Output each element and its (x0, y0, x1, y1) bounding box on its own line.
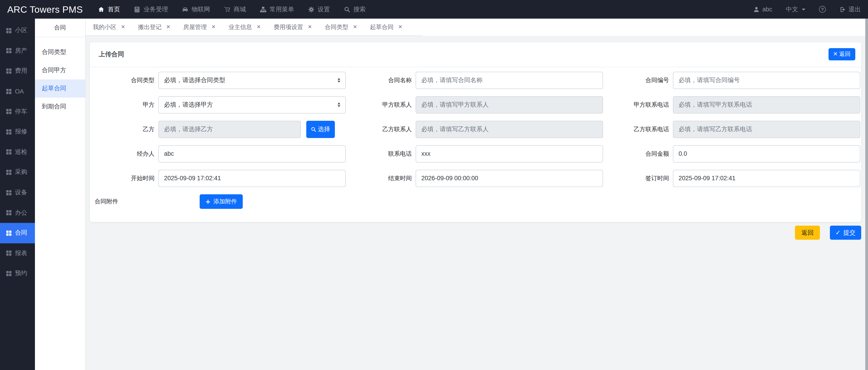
tab-my-community[interactable]: 我的小区✕ (87, 23, 132, 31)
tab-draft-contract[interactable]: 起草合同✕ (364, 23, 409, 31)
close-icon[interactable]: ✕ (353, 25, 357, 30)
field-label: 经办人 (90, 150, 155, 158)
form-row-4: 经办人 联系电话 合同金额 (90, 145, 857, 162)
grid-icon (6, 149, 12, 155)
nav-item-home[interactable]: 首页 (98, 5, 120, 13)
field-party-b-phone: 乙方联系电话 (604, 120, 861, 138)
add-attachment-label: 添加附件 (213, 197, 237, 205)
question-circle-icon: ? (819, 6, 826, 13)
tab-owner-info[interactable]: 业主信息✕ (222, 23, 267, 31)
sidebar-item-label: 设备 (15, 189, 27, 197)
select-value: 必填，请选择甲方 (164, 101, 213, 109)
sidebar-item-label: 报修 (15, 128, 27, 136)
check-icon: ✓ (835, 230, 841, 236)
grid-icon (6, 271, 12, 277)
grid-icon (6, 48, 12, 54)
logout-button[interactable]: 退出 (839, 5, 861, 13)
sidebar-item-contract[interactable]: 合同 (0, 223, 35, 243)
nav-item-common-menu[interactable]: 常用菜单 (260, 5, 294, 13)
tab-house-management[interactable]: 房屋管理✕ (177, 23, 222, 31)
close-icon[interactable]: ✕ (308, 25, 312, 30)
help-button[interactable]: ? (819, 6, 826, 13)
add-attachment-button[interactable]: + 添加附件 (199, 194, 243, 208)
sidebar-item-office[interactable]: 办公 (0, 203, 35, 223)
tab-contract-type[interactable]: 合同类型✕ (318, 23, 364, 31)
field-party-a: 甲方 必填，请选择甲方 (90, 96, 347, 113)
sidebar-item-label: 办公 (15, 208, 27, 217)
tab-fee-item-settings[interactable]: 费用项设置✕ (267, 23, 318, 31)
nav-item-search[interactable]: 搜索 (344, 5, 366, 13)
contract-no-input[interactable] (673, 72, 860, 89)
sign-time-input[interactable] (673, 170, 860, 187)
tab-label: 我的小区 (93, 23, 116, 31)
sidebar-item-label: 预约 (15, 269, 27, 278)
sidebar-item-booking[interactable]: 预约 (0, 263, 35, 284)
user-menu[interactable]: abc (753, 6, 772, 13)
submenu-item-draft-contract[interactable]: 起草合同 (35, 80, 85, 97)
submenu-item-expired-contract[interactable]: 到期合同 (35, 97, 85, 116)
nav-item-business[interactable]: 业务受理 (134, 5, 168, 13)
app-brand: ARC Towers PMS (7, 4, 83, 15)
tab-label: 搬出登记 (138, 23, 161, 31)
sidebar-item-property[interactable]: 房产 (0, 40, 35, 61)
operator-input[interactable] (158, 145, 345, 162)
back-button-top[interactable]: ✕ 返回 (829, 48, 855, 60)
grid-icon (6, 210, 12, 216)
tab-label: 合同类型 (324, 23, 348, 31)
field-contract-type: 合同类型 必填，请选择合同类型 (90, 72, 347, 89)
back-button-label: 返回 (839, 50, 850, 58)
close-icon[interactable]: ✕ (212, 25, 216, 30)
content-area: 上传合同 ✕ 返回 合同类型 必填，请选择合同类型 (86, 36, 865, 370)
field-party-b-contact: 乙方联系人 (347, 120, 604, 138)
close-icon[interactable]: ✕ (256, 25, 261, 30)
grid-icon (6, 230, 12, 236)
calculator-icon (134, 6, 141, 12)
contract-name-input[interactable] (415, 72, 603, 89)
submit-button[interactable]: ✓ 提交 (830, 226, 861, 240)
sidebar-item-inspection[interactable]: 巡检 (0, 142, 35, 162)
sidebar-item-community[interactable]: 小区 (0, 21, 35, 40)
form-row-2: 甲方 必填，请选择甲方 甲方联系人 甲方联系电话 (90, 96, 857, 113)
close-icon[interactable]: ✕ (121, 25, 125, 30)
contract-type-select[interactable]: 必填，请选择合同类型 (158, 72, 345, 89)
sidebar-item-purchase[interactable]: 采购 (0, 162, 35, 182)
page-title: 上传合同 (99, 50, 124, 58)
end-time-input[interactable] (415, 170, 603, 187)
sidebar-item-parking[interactable]: 停车 (0, 102, 35, 122)
field-party-a-contact: 甲方联系人 (347, 96, 604, 113)
submenu-item-contract-type[interactable]: 合同类型 (35, 43, 85, 61)
nav-item-mall[interactable]: 商城 (224, 5, 246, 13)
submenu-item-contract-party-a[interactable]: 合同甲方 (35, 61, 85, 80)
sidebar-item-report[interactable]: 报表 (0, 243, 35, 263)
party-b-select-button[interactable]: 选择 (306, 120, 335, 138)
party-a-select[interactable]: 必填，请选择甲方 (158, 96, 345, 113)
form-row-3: 乙方 选择 乙方联系人 乙方联系电话 (90, 120, 857, 138)
topnav-right: abc 中文 ? 退出 (753, 5, 861, 13)
amount-input[interactable] (673, 145, 860, 162)
nav-item-iot[interactable]: 物联网 (182, 5, 210, 13)
tab-moveout-register[interactable]: 搬出登记✕ (132, 23, 177, 31)
field-label: 结束时间 (347, 174, 412, 182)
field-label: 联系电话 (347, 150, 412, 158)
sidebar-item-label: 停车 (15, 107, 27, 116)
language-dropdown[interactable]: 中文 (786, 5, 805, 13)
sidebar-item-equipment[interactable]: 设备 (0, 182, 35, 203)
sidebar-item-oa[interactable]: OA (0, 81, 35, 102)
sidebar-item-repair[interactable]: 报修 (0, 122, 35, 142)
phone-input[interactable] (415, 145, 603, 162)
close-icon[interactable]: ✕ (166, 25, 170, 30)
vertical-scrollbar[interactable] (865, 19, 868, 370)
tab-list: 我的小区✕ 搬出登记✕ 房屋管理✕ 业主信息✕ 费用项设置✕ 合同类型✕ 起草合… (86, 19, 423, 36)
sidebar-item-fees[interactable]: 费用 (0, 61, 35, 81)
sidebar-item-label: OA (15, 88, 24, 95)
back-button[interactable]: 返回 (795, 226, 820, 240)
nav-item-settings[interactable]: 设置 (308, 5, 330, 13)
grid-icon (6, 28, 12, 34)
field-label: 合同编号 (604, 76, 669, 84)
grid-icon (6, 109, 12, 114)
start-time-input[interactable] (158, 170, 345, 187)
close-icon[interactable]: ✕ (398, 25, 402, 30)
nav-item-label: 常用菜单 (270, 5, 294, 13)
tab-label: 费用项设置 (274, 23, 303, 31)
sidebar-item-label: 房产 (15, 47, 27, 55)
